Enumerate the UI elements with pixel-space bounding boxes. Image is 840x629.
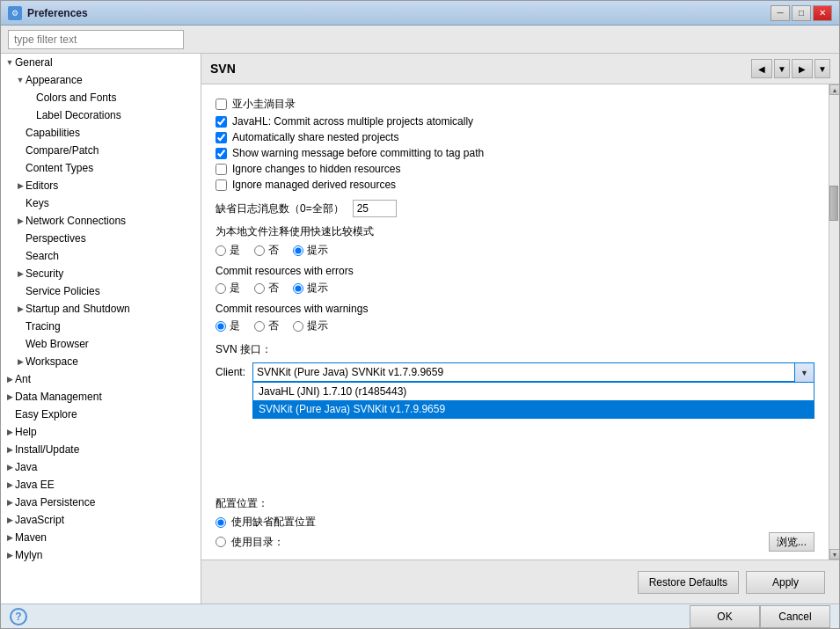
spacer-icon [26,92,36,103]
expand-icon: ▶ [4,479,15,490]
sidebar-item-label-decorations[interactable]: Label Decorations [1,106,201,124]
panel-bottom-bar: Restore Defaults Apply [201,560,839,603]
client-dropdown[interactable]: SVNKit (Pure Java) SVNKit v1.7.9.9659 ▼ [252,362,814,382]
log-count-label: 缺省日志消息数（0=全部） [215,201,344,216]
maximize-button[interactable]: □ [792,5,811,21]
radio-ce-no[interactable] [254,283,265,294]
sidebar-item-data-management[interactable]: ▶ Data Management [1,388,201,406]
client-option-javaHL[interactable]: JavaHL (JNI) 1.7.10 (r1485443) [253,383,814,400]
restore-defaults-button[interactable]: Restore Defaults [638,571,739,594]
forward-dropdown-button[interactable]: ▼ [814,59,830,78]
apply-button[interactable]: Apply [746,571,825,594]
forward-button[interactable]: ▶ [792,59,813,78]
checkbox-cb3[interactable] [215,132,227,143]
sidebar-item-java-persistence[interactable]: ▶ Java Persistence [1,494,201,511]
checkbox-cb6[interactable] [215,179,227,191]
minimize-button[interactable]: ─ [771,5,790,21]
expand-icon: ▶ [4,462,15,472]
sidebar-item-security[interactable]: ▶ Security [1,265,201,282]
radio-cw-prompt[interactable] [293,321,303,332]
ok-button[interactable]: OK [690,605,760,628]
sidebar-item-search[interactable]: Search [1,247,201,265]
nav-buttons: ◀ ▼ ▶ ▼ [751,59,830,78]
client-dropdown-popup: JavaHL (JNI) 1.7.10 (r1485443) SVNKit (P… [252,382,814,419]
sidebar-item-javascript[interactable]: ▶ JavaScript [1,511,201,529]
radio-ce-prompt-label: 提示 [307,281,328,296]
scroll-down-button[interactable]: ▼ [829,549,839,560]
panel-header: SVN ◀ ▼ ▶ ▼ [201,54,839,84]
log-count-input[interactable] [353,200,397,217]
scroll-thumb[interactable] [829,186,838,221]
sidebar-item-ant[interactable]: ▶ Ant [1,370,201,388]
spacer-icon [15,128,26,138]
cancel-button[interactable]: Cancel [760,605,830,628]
sidebar-item-perspectives[interactable]: Perspectives [1,230,201,247]
radio-cw-no-label: 否 [268,318,279,333]
checkbox-cb2[interactable] [215,116,227,128]
titlebar: ⚙ Preferences ─ □ ✕ [1,1,839,26]
sidebar-item-java-ee[interactable]: ▶ Java EE [1,476,201,494]
sidebar-item-startup-shutdown[interactable]: ▶ Startup and Shutdown [1,300,201,318]
radio-ce-yes[interactable] [215,283,226,294]
sidebar-item-keys[interactable]: Keys [1,194,201,212]
sidebar-item-mylyn[interactable]: ▶ Mylyn [1,546,201,564]
checkbox-cb1[interactable] [215,99,227,110]
sidebar-item-colors-fonts[interactable]: Colors and Fonts [1,89,201,106]
sidebar-item-capabilities[interactable]: Capabilities [1,124,201,142]
sidebar-item-content-types[interactable]: Content Types [1,159,201,177]
radio-config-dir[interactable] [215,537,226,547]
commit-errors-section: Commit resources with errors 是 否 [215,265,814,296]
checkbox-row-cb1: 亚小圭淌目录 [215,97,814,112]
sidebar-item-workspace[interactable]: ▶ Workspace [1,353,201,370]
cb2-label: JavaHL: Commit across multiple projects … [232,115,473,128]
config-dir-row: 使用目录： 浏览... [215,532,814,552]
sidebar-item-easy-explore[interactable]: Easy Explore [1,406,201,423]
radio-fc-yes[interactable] [215,245,226,256]
browse-button[interactable]: 浏览... [769,532,814,552]
radio-fc-no-label: 否 [268,243,279,258]
commit-errors-radio-group: 是 否 提示 [215,281,814,296]
radio-fc-prompt[interactable] [293,245,303,256]
fast-compare-no: 否 [254,243,279,258]
sidebar-item-help[interactable]: ▶ Help [1,423,201,441]
sidebar-item-editors[interactable]: ▶ Editors [1,177,201,194]
sidebar-item-service-policies[interactable]: Service Policies [1,282,201,300]
radio-cw-prompt-label: 提示 [307,318,328,333]
sidebar-item-appearance[interactable]: ▼ Appearance [1,71,201,89]
expand-icon: ▶ [4,391,15,402]
expand-icon: ▶ [4,497,15,508]
svn-interface-title: SVN 接口： [215,342,814,357]
commit-warnings-radio-group: 是 否 提示 [215,318,814,333]
sidebar-item-tracing[interactable]: Tracing [1,318,201,335]
config-location-title: 配置位置： [215,496,814,511]
sidebar-item-network-connections[interactable]: ▶ Network Connections [1,212,201,230]
client-option-svnkit[interactable]: SVNKit (Pure Java) SVNKit v1.7.9.9659 [253,400,814,418]
scroll-up-button[interactable]: ▲ [829,84,839,95]
sidebar-item-general[interactable]: ▼ General [1,54,201,71]
sidebar-item-web-browser[interactable]: Web Browser [1,335,201,353]
radio-fc-no[interactable] [254,245,265,256]
scroll-track[interactable] [829,95,839,549]
spacer-icon [4,409,15,420]
expand-icon: ▶ [15,216,26,226]
back-button[interactable]: ◀ [751,59,772,78]
radio-cw-yes[interactable] [215,321,226,332]
sidebar-item-maven[interactable]: ▶ Maven [1,529,201,546]
titlebar-buttons: ─ □ ✕ [771,5,832,21]
checkbox-cb5[interactable] [215,164,227,175]
radio-config-default[interactable] [215,517,226,528]
checkbox-cb4[interactable] [215,148,227,159]
help-icon[interactable]: ? [10,608,27,625]
spacer-icon [15,163,26,173]
window-title: Preferences [27,7,771,19]
radio-ce-prompt[interactable] [293,283,303,294]
sidebar-item-java[interactable]: ▶ Java [1,458,201,476]
expand-icon: ▼ [4,57,15,68]
sidebar-item-install-update[interactable]: ▶ Install/Update [1,441,201,458]
sidebar-item-compare-patch[interactable]: Compare/Patch [1,142,201,159]
commit-warnings-label: Commit resources with warnings [215,303,814,315]
close-button[interactable]: ✕ [813,5,832,21]
radio-cw-no[interactable] [254,321,265,332]
search-input[interactable] [8,30,184,49]
back-dropdown-button[interactable]: ▼ [774,59,790,78]
